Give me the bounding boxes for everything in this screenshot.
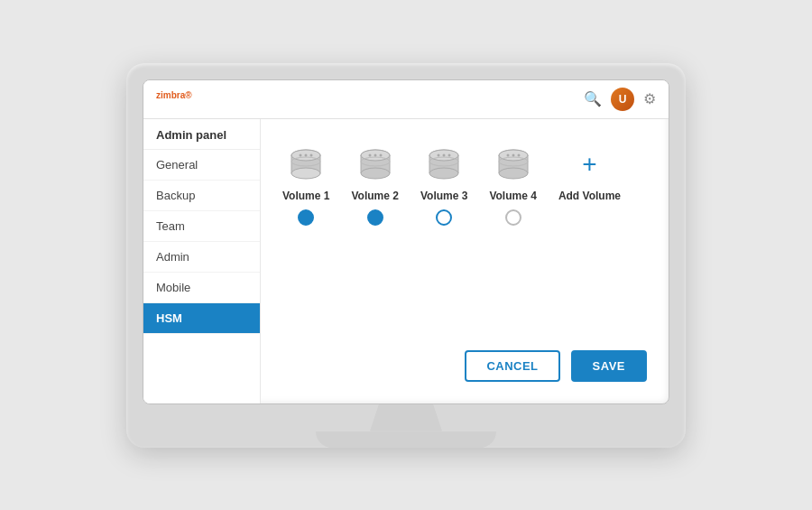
volume-1-icon — [284, 146, 328, 182]
main-content: Volume 1 — [261, 119, 669, 403]
volume-4-icon — [492, 146, 535, 182]
sidebar-item-mobile[interactable]: Mobile — [143, 273, 260, 303]
screen: zimbra® 🔍 U ⚙ Admin panel General Backup… — [143, 79, 669, 404]
svg-point-32 — [499, 168, 528, 179]
volumes-row: Volume 1 — [282, 137, 647, 341]
sidebar: Admin panel General Backup Team Admin Mo… — [143, 119, 261, 403]
add-volume[interactable]: + Add Volume — [558, 146, 621, 202]
svg-point-7 — [310, 153, 313, 156]
sidebar-item-admin[interactable]: Admin — [143, 242, 260, 273]
logo-text: zimbra — [156, 90, 185, 100]
svg-point-37 — [517, 153, 520, 156]
svg-point-27 — [448, 153, 451, 156]
volume-4[interactable]: Volume 4 — [489, 146, 536, 226]
search-icon[interactable]: 🔍 — [584, 90, 602, 107]
save-button[interactable]: SAVE — [571, 350, 647, 382]
volume-4-radio[interactable] — [505, 209, 521, 226]
volume-3-icon — [422, 146, 466, 182]
volume-2[interactable]: Volume 2 — [351, 146, 398, 226]
volume-3[interactable]: Volume 3 — [420, 146, 467, 226]
add-volume-label: Add Volume — [558, 190, 621, 202]
titlebar: zimbra® 🔍 U ⚙ — [143, 80, 669, 119]
svg-point-26 — [443, 153, 446, 156]
volume-4-label: Volume 4 — [489, 190, 536, 202]
sidebar-item-hsm[interactable]: HSM — [143, 303, 260, 334]
svg-point-35 — [506, 153, 509, 156]
svg-point-16 — [374, 153, 376, 156]
cancel-button[interactable]: CANCEL — [465, 350, 559, 382]
volume-1-label: Volume 1 — [282, 190, 329, 202]
svg-point-25 — [438, 153, 440, 156]
svg-point-17 — [379, 153, 382, 156]
zimbra-logo: zimbra® — [156, 90, 192, 107]
volume-3-radio[interactable] — [436, 209, 452, 226]
logo-trademark: ® — [185, 90, 191, 100]
volume-1-radio[interactable] — [298, 209, 314, 226]
volume-2-icon — [354, 146, 397, 182]
sidebar-item-general[interactable]: General — [143, 150, 260, 181]
svg-point-22 — [429, 168, 458, 179]
sidebar-item-backup[interactable]: Backup — [143, 181, 260, 211]
actions-row: CANCEL SAVE — [282, 341, 647, 385]
svg-point-6 — [305, 153, 308, 156]
svg-point-12 — [361, 168, 390, 179]
svg-point-36 — [512, 153, 514, 156]
volume-2-radio[interactable] — [367, 209, 383, 226]
titlebar-actions: 🔍 U ⚙ — [584, 88, 656, 111]
sidebar-item-team[interactable]: Team — [143, 211, 260, 242]
volume-3-label: Volume 3 — [420, 190, 467, 202]
svg-point-15 — [368, 153, 371, 156]
volume-2-label: Volume 2 — [351, 190, 398, 202]
add-volume-icon: + — [567, 146, 611, 182]
monitor-stand-neck — [361, 404, 451, 431]
svg-point-5 — [300, 153, 302, 156]
svg-point-2 — [291, 168, 320, 179]
settings-icon[interactable]: ⚙ — [643, 90, 656, 107]
app-body: Admin panel General Backup Team Admin Mo… — [143, 119, 669, 403]
avatar: U — [611, 88, 634, 111]
volume-1[interactable]: Volume 1 — [282, 146, 329, 226]
sidebar-header: Admin panel — [143, 119, 260, 150]
monitor: zimbra® 🔍 U ⚙ Admin panel General Backup… — [126, 63, 686, 448]
monitor-stand-base — [316, 431, 496, 448]
